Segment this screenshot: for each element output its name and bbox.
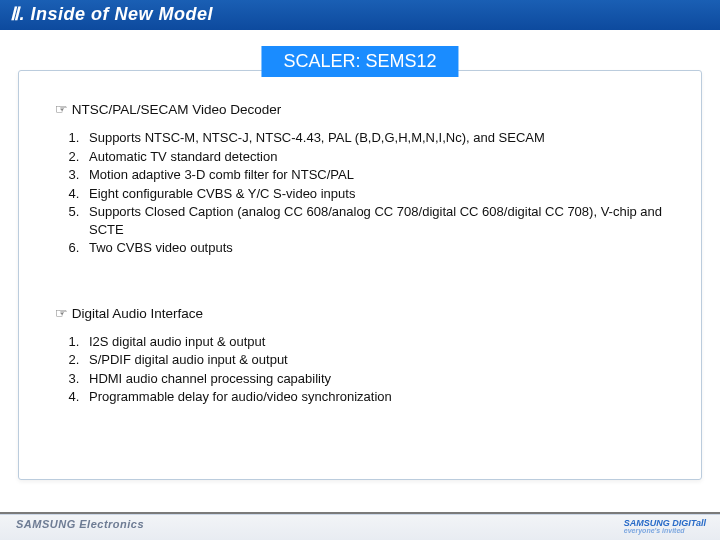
- list-item: Supports Closed Caption (analog CC 608/a…: [83, 203, 665, 238]
- spacer: [19, 277, 701, 305]
- footer-brand-left: SAMSUNG Electronics: [16, 518, 144, 530]
- list-item: Motion adaptive 3-D comb filter for NTSC…: [83, 166, 665, 184]
- section-video-decoder: ☞ NTSC/PAL/SECAM Video Decoder Supports …: [55, 71, 665, 257]
- list-item: S/PDIF digital audio input & output: [83, 351, 665, 369]
- content-frame: ☞ NTSC/PAL/SECAM Video Decoder Supports …: [18, 70, 702, 480]
- list-item: HDMI audio channel processing capability: [83, 370, 665, 388]
- scaler-badge: SCALER: SEMS12: [261, 46, 458, 77]
- video-decoder-list: Supports NTSC-M, NTSC-J, NTSC-4.43, PAL …: [55, 129, 665, 257]
- footer-brand-tagline: everyone's invited: [624, 528, 706, 534]
- section-heading: ☞ NTSC/PAL/SECAM Video Decoder: [55, 101, 665, 117]
- audio-interface-list: I2S digital audio input & output S/PDIF …: [55, 333, 665, 406]
- list-item: Two CVBS video outputs: [83, 239, 665, 257]
- slide: Ⅱ. Inside of New Model SCALER: SEMS12 ☞ …: [0, 0, 720, 540]
- footer: SAMSUNG Electronics SAMSUNG DIGITall eve…: [0, 514, 720, 540]
- page-title: Ⅱ. Inside of New Model: [0, 0, 720, 30]
- section-heading: ☞ Digital Audio Interface: [55, 305, 665, 321]
- list-item: Supports NTSC-M, NTSC-J, NTSC-4.43, PAL …: [83, 129, 665, 147]
- list-item: I2S digital audio input & output: [83, 333, 665, 351]
- list-item: Automatic TV standard detection: [83, 148, 665, 166]
- footer-brand-right: SAMSUNG DIGITall everyone's invited: [624, 518, 706, 534]
- section-audio-interface: ☞ Digital Audio Interface I2S digital au…: [55, 305, 665, 406]
- list-item: Eight configurable CVBS & Y/C S-video in…: [83, 185, 665, 203]
- list-item: Programmable delay for audio/video synch…: [83, 388, 665, 406]
